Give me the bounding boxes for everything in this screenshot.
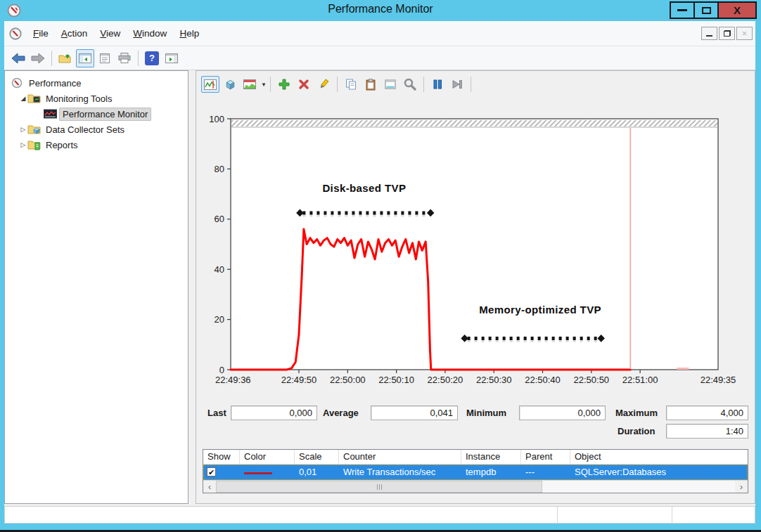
highlight-button[interactable] [314,76,333,93]
copy-icon [345,79,357,90]
mdi-restore-button[interactable] [719,27,735,40]
svg-text:22:50:10: 22:50:10 [378,375,414,385]
svg-text:22:49:50: 22:49:50 [281,375,317,385]
paste-counter-list-button[interactable] [362,76,380,93]
chart-toolbar-separator [270,77,271,92]
scroll-left-button[interactable]: ‹ [203,481,216,493]
menu-file[interactable]: File [27,25,55,41]
column-header-scale[interactable]: Scale [295,450,339,464]
folder-up-icon [58,53,72,64]
status-cell [672,507,755,523]
column-header-instance[interactable]: Instance [461,450,521,464]
perfmon-menu-icon [8,27,23,41]
column-header-color[interactable]: Color [240,450,295,464]
column-header-counter[interactable]: Counter [339,450,461,464]
forward-button[interactable] [29,49,47,67]
counter-name: Write Transactions/sec [339,465,461,480]
chart-toolbar-separator [423,77,424,92]
performance-monitor-chart-icon [44,108,57,119]
properties-button[interactable] [381,76,399,93]
minimize-button[interactable] [670,1,695,19]
menubar: File Action View Window Help × [4,21,755,46]
tree-item-performance-monitor[interactable]: Performance Monitor [5,106,188,122]
reports-folder-icon [27,139,41,150]
tree-item-label: Reports [43,139,81,151]
menu-action[interactable]: Action [55,25,94,41]
up-one-level-button[interactable] [56,49,75,67]
copy-properties-button[interactable] [342,76,360,93]
maximum-value: 4,000 [666,406,748,420]
svg-text:22:50:20: 22:50:20 [428,375,463,385]
counter-instance: tempdb [461,465,521,480]
counter-color-swatch [244,472,272,474]
menu-view[interactable]: View [94,25,127,41]
log-data-cube-icon [224,79,236,91]
back-button[interactable] [9,49,27,67]
view-log-data-button[interactable] [221,76,239,93]
maximize-icon [702,7,711,14]
scrollbar-track[interactable] [542,481,735,493]
show-hide-console-tree-button[interactable] [76,49,94,67]
print-button[interactable] [115,49,134,67]
column-header-parent[interactable]: Parent [521,450,570,464]
column-header-object[interactable]: Object [570,450,748,464]
svg-text:0: 0 [219,365,224,375]
freeze-display-button[interactable] [428,76,447,93]
expander-collapsed-icon[interactable]: ▷ [19,126,27,133]
counter-table: Show Color Scale Counter Instance Parent… [203,449,748,493]
delete-counter-button[interactable] [295,76,313,93]
add-counter-button[interactable] [275,76,293,93]
svg-text:22:50:30: 22:50:30 [476,375,512,385]
performance-chart: 02040608010022:49:5022:50:0022:50:1022:5… [196,96,755,410]
forward-arrow-icon [31,53,45,64]
mdi-minimize-button[interactable] [701,27,717,40]
mdi-restore-icon [724,30,731,37]
show-hide-action-pane-button[interactable] [162,49,181,67]
svg-text:Memory-optimized TVP: Memory-optimized TVP [479,304,601,316]
titlebar[interactable]: Performance Monitor X [0,0,761,21]
list-document-icon [99,53,110,64]
console-tree-panel: Performance ◢ Monitoring Tools Performan… [4,70,188,504]
export-list-button[interactable] [96,49,114,67]
maximize-button[interactable] [693,1,719,19]
graph-type-dropdown-caret[interactable]: ▼ [261,82,267,88]
expander-expanded-icon[interactable]: ◢ [19,95,27,102]
change-graph-type-button[interactable] [241,76,259,93]
toolbar-separator [51,51,52,66]
tree-item-monitoring-tools[interactable]: ◢ Monitoring Tools [5,91,188,106]
scrollbar-thumb[interactable] [216,481,542,493]
last-value: 0,000 [231,406,317,420]
column-header-show[interactable]: Show [203,450,240,464]
counter-row[interactable]: ✔ 0,01 Write Transactions/sec tempdb ---… [203,465,748,480]
graph-type-icon [243,79,256,89]
show-checkbox[interactable]: ✔ [207,467,216,476]
expander-collapsed-icon[interactable]: ▷ [19,141,27,148]
tree-item-data-collector-sets[interactable]: ▷ Data Collector Sets [5,122,188,137]
tree-item-label: Performance Monitor [59,108,151,121]
minimum-value: 0,000 [519,406,606,420]
current-activity-chart-icon [204,79,217,90]
view-current-activity-button[interactable] [201,76,219,93]
console-tree-icon [79,53,91,63]
tree-item-reports[interactable]: ▷ Reports [5,137,188,153]
menu-help[interactable]: Help [173,25,205,41]
svg-text:40: 40 [215,264,224,275]
close-button[interactable]: X [717,1,757,19]
scroll-right-button[interactable]: › [735,481,748,493]
horizontal-scrollbar[interactable]: ‹ › [203,480,748,493]
mdi-minimize-icon [706,35,712,37]
counter-scale: 0,01 [295,465,339,480]
status-cell [557,507,672,523]
mdi-close-button[interactable]: × [736,27,753,40]
tree-item-performance-root[interactable]: Performance [5,75,188,91]
help-button[interactable]: ? [143,49,161,67]
update-data-button[interactable] [448,76,466,93]
toolbar-separator [138,51,139,66]
tree-item-label: Monitoring Tools [43,93,115,105]
svg-text:22:50:50: 22:50:50 [574,375,610,385]
zoom-button[interactable] [401,76,419,93]
average-value: 0,041 [371,406,458,420]
svg-text:22:49:35: 22:49:35 [701,375,736,385]
counter-table-header: Show Color Scale Counter Instance Parent… [203,450,748,465]
menu-window[interactable]: Window [127,25,173,41]
